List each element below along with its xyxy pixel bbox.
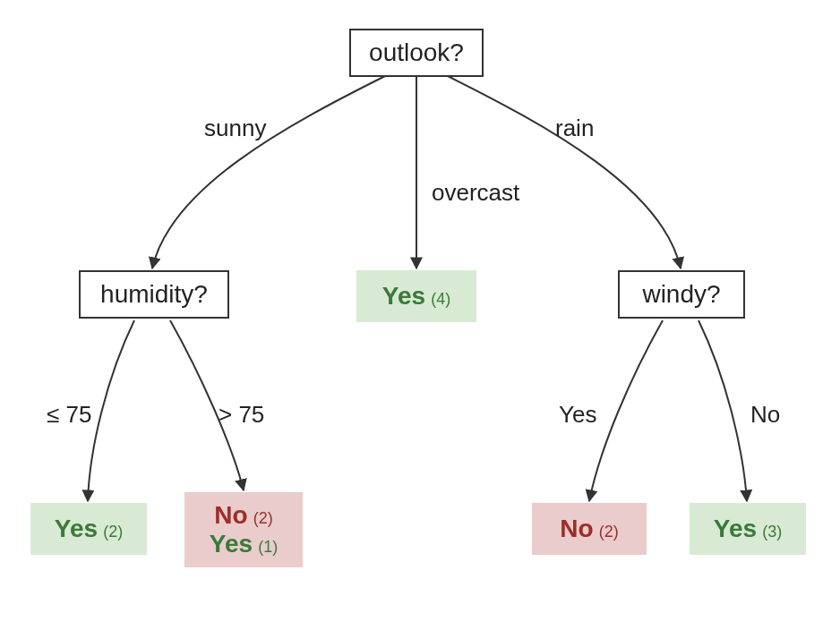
edge-label-gt75: > 75 — [219, 401, 264, 429]
leaf-hum-gt75-yes-count: (1) — [258, 538, 278, 557]
leaf-windy-no-yes-value: Yes — [714, 515, 757, 543]
node-outlook: outlook? — [349, 29, 484, 77]
edge-label-rain: rain — [555, 115, 594, 142]
leaf-hum-gt75-yes-value: Yes — [210, 530, 253, 558]
edge-label-sunny: sunny — [204, 115, 266, 142]
decision-tree-diagram: outlook? humidity? windy? Yes (4) Yes (2… — [0, 0, 840, 630]
leaf-windy-no-yes: Yes (3) — [690, 503, 806, 555]
node-humidity-label: humidity? — [100, 280, 208, 309]
leaf-overcast-yes-count: (4) — [431, 290, 450, 309]
node-windy-label: windy? — [642, 280, 720, 309]
edge-label-windy-yes: Yes — [559, 401, 596, 429]
leaf-humidity-gt75-mix: No (2) Yes (1) — [184, 492, 303, 567]
leaf-hum-gt75-no-count: (2) — [253, 509, 273, 528]
leaf-hum-le75-count: (2) — [103, 523, 123, 541]
edge-label-windy-no: No — [750, 401, 780, 429]
leaf-overcast-yes-value: Yes — [382, 282, 425, 311]
leaf-humidity-le75-yes: Yes (2) — [30, 503, 147, 555]
leaf-hum-gt75-no-value: No — [214, 501, 247, 530]
leaf-windy-yes-no-value: No — [560, 515, 593, 543]
leaf-hum-le75-value: Yes — [55, 515, 98, 543]
node-windy: windy? — [618, 270, 745, 319]
leaf-windy-no-yes-count: (3) — [762, 523, 782, 541]
edge-label-overcast: overcast — [432, 179, 519, 207]
node-humidity: humidity? — [79, 270, 229, 319]
leaf-windy-yes-no: No (2) — [532, 503, 647, 555]
node-outlook-label: outlook? — [369, 38, 464, 67]
edge-label-le75: ≤ 75 — [47, 401, 91, 429]
leaf-windy-yes-no-count: (2) — [599, 523, 619, 541]
leaf-overcast-yes: Yes (4) — [356, 270, 476, 322]
